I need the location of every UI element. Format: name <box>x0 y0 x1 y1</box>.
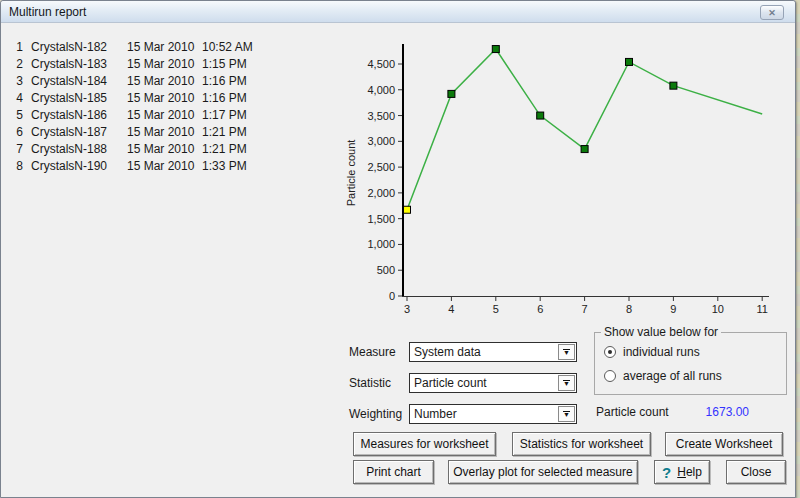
run-time: 1:33 PM <box>202 158 247 175</box>
weighting-label: Weighting <box>349 407 402 421</box>
svg-text:7: 7 <box>582 303 588 315</box>
run-n: 6 <box>9 124 23 141</box>
svg-text:5: 5 <box>493 303 499 315</box>
svg-text:8: 8 <box>626 303 632 315</box>
chart-point[interactable] <box>670 82 677 89</box>
run-date: 15 Mar 2010 <box>127 124 202 141</box>
radio-label: average of all runs <box>623 369 722 383</box>
button-label: Help <box>677 465 702 479</box>
svg-text:3,000: 3,000 <box>367 135 395 147</box>
close-window-button[interactable]: ✕ <box>760 5 784 20</box>
run-name: CrystalsN-187 <box>31 124 127 141</box>
particle-count-value: 1673.00 <box>689 405 749 419</box>
svg-text:0: 0 <box>389 290 395 302</box>
button-label: Statistics for worksheet <box>520 437 643 451</box>
svg-text:11: 11 <box>756 303 767 315</box>
radio-button-icon[interactable] <box>604 370 616 382</box>
list-item[interactable]: 6CrystalsN-18715 Mar 20101:21 PM <box>9 124 253 141</box>
svg-text:9: 9 <box>670 303 676 315</box>
print-chart-button[interactable]: Print chart <box>353 460 434 484</box>
run-time: 1:15 PM <box>202 56 247 73</box>
radio-average-of-all-runs[interactable]: average of all runs <box>604 369 722 383</box>
svg-text:4: 4 <box>448 303 454 315</box>
run-name: CrystalsN-190 <box>31 158 127 175</box>
run-date: 15 Mar 2010 <box>127 39 202 56</box>
radio-button-icon[interactable] <box>604 346 616 358</box>
svg-text:3: 3 <box>404 303 410 315</box>
button-label: Measures for worksheet <box>360 437 488 451</box>
multirun-report-dialog: Multirun report ✕ 1CrystalsN-18215 Mar 2… <box>0 0 796 498</box>
run-date: 15 Mar 2010 <box>127 56 202 73</box>
statistics-for-worksheet-button[interactable]: Statistics for worksheet <box>512 432 651 456</box>
chart-point[interactable] <box>448 90 455 97</box>
measure-value: System data <box>414 345 481 359</box>
run-name: CrystalsN-188 <box>31 141 127 158</box>
overlay-plot-button[interactable]: Overlay plot for selected measure <box>448 460 638 484</box>
chevron-down-icon[interactable]: ▼ <box>558 406 575 422</box>
chart-point-selected[interactable] <box>404 206 411 213</box>
weighting-value: Number <box>414 407 457 421</box>
weighting-combobox[interactable]: Number ▼ <box>409 404 577 424</box>
button-label: Overlay plot for selected measure <box>453 465 632 479</box>
desktop-background-strip <box>796 0 800 498</box>
help-button[interactable]: ? Help <box>654 460 710 484</box>
svg-text:500: 500 <box>377 264 395 276</box>
run-name: CrystalsN-182 <box>31 39 127 56</box>
help-icon: ? <box>662 464 671 481</box>
statistic-combobox[interactable]: Particle count ▼ <box>409 373 577 393</box>
list-item[interactable]: 8CrystalsN-19015 Mar 20101:33 PM <box>9 158 253 175</box>
statistic-value: Particle count <box>414 376 487 390</box>
run-date: 15 Mar 2010 <box>127 107 202 124</box>
groupbox-title: Show value below for <box>601 325 721 339</box>
run-date: 15 Mar 2010 <box>127 141 202 158</box>
list-item[interactable]: 3CrystalsN-18415 Mar 20101:16 PM <box>9 73 253 90</box>
run-name: CrystalsN-184 <box>31 73 127 90</box>
chart-point[interactable] <box>581 146 588 153</box>
svg-text:4,000: 4,000 <box>367 84 395 96</box>
button-label: Print chart <box>366 465 421 479</box>
chart-svg: 05001,0001,5002,0002,5003,0003,5004,0004… <box>341 33 793 321</box>
radio-label: individual runs <box>623 345 700 359</box>
svg-text:Particle count: Particle count <box>345 140 357 207</box>
run-time: 1:16 PM <box>202 90 247 107</box>
run-time: 10:52 AM <box>202 39 253 56</box>
button-label: Close <box>741 465 772 479</box>
statistic-label: Statistic <box>349 376 391 390</box>
svg-text:1,000: 1,000 <box>367 238 395 250</box>
measure-label: Measure <box>349 345 396 359</box>
particle-count-label: Particle count <box>596 405 669 419</box>
list-item[interactable]: 7CrystalsN-18815 Mar 20101:21 PM <box>9 141 253 158</box>
run-n: 4 <box>9 90 23 107</box>
run-list: 1CrystalsN-18215 Mar 201010:52 AM2Crysta… <box>9 39 253 175</box>
chart: 05001,0001,5002,0002,5003,0003,5004,0004… <box>341 33 793 321</box>
create-worksheet-button[interactable]: Create Worksheet <box>665 432 783 456</box>
chart-point[interactable] <box>626 58 633 65</box>
run-date: 15 Mar 2010 <box>127 90 202 107</box>
svg-text:2,000: 2,000 <box>367 187 395 199</box>
run-n: 3 <box>9 73 23 90</box>
svg-text:1,500: 1,500 <box>367 213 395 225</box>
measure-combobox[interactable]: System data ▼ <box>409 342 577 362</box>
chart-point[interactable] <box>492 46 499 53</box>
measures-for-worksheet-button[interactable]: Measures for worksheet <box>353 432 496 456</box>
list-item[interactable]: 1CrystalsN-18215 Mar 201010:52 AM <box>9 39 253 56</box>
chevron-down-icon[interactable]: ▼ <box>558 375 575 391</box>
run-n: 1 <box>9 39 23 56</box>
run-n: 2 <box>9 56 23 73</box>
list-item[interactable]: 4CrystalsN-18515 Mar 20101:16 PM <box>9 90 253 107</box>
svg-text:6: 6 <box>537 303 543 315</box>
chevron-down-icon[interactable]: ▼ <box>558 344 575 360</box>
window-title: Multirun report <box>9 5 86 19</box>
run-n: 8 <box>9 158 23 175</box>
svg-text:3,500: 3,500 <box>367 110 395 122</box>
list-item[interactable]: 5CrystalsN-18615 Mar 20101:17 PM <box>9 107 253 124</box>
run-date: 15 Mar 2010 <box>127 73 202 90</box>
close-button[interactable]: Close <box>726 460 786 484</box>
run-n: 7 <box>9 141 23 158</box>
chart-point[interactable] <box>537 112 544 119</box>
run-name: CrystalsN-186 <box>31 107 127 124</box>
title-bar[interactable]: Multirun report ✕ <box>1 1 795 23</box>
radio-individual-runs[interactable]: individual runs <box>604 345 700 359</box>
run-date: 15 Mar 2010 <box>127 158 202 175</box>
list-item[interactable]: 2CrystalsN-18315 Mar 20101:15 PM <box>9 56 253 73</box>
